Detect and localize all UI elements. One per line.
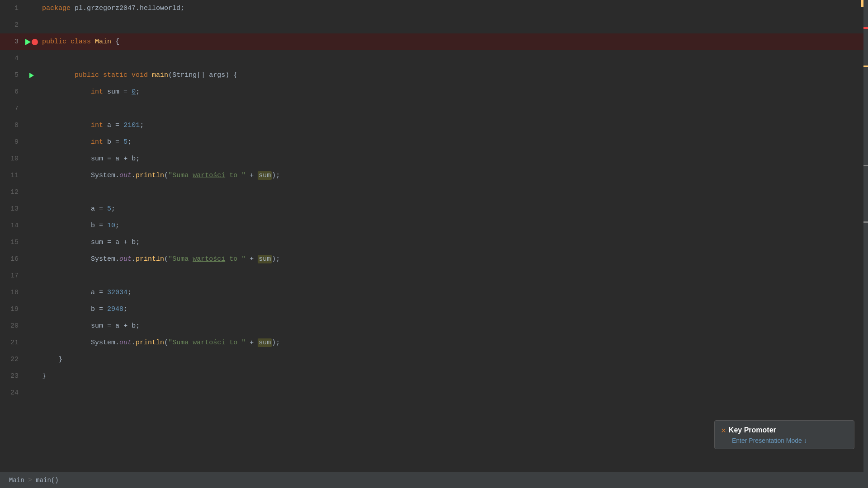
- line-24: 24: [0, 385, 868, 401]
- line-number-2: 2: [0, 21, 25, 29]
- line-number-7: 7: [0, 105, 25, 113]
- line-12: 12: [0, 184, 868, 201]
- line-21: 21 System.out.println("Suma wartości to …: [0, 334, 868, 351]
- line-8: 8 int a = 2101;: [0, 117, 868, 134]
- key-promoter-header: ✕ Key Promoter: [721, 425, 848, 435]
- line-number-6: 6: [0, 88, 25, 96]
- line-number-9: 9: [0, 138, 25, 146]
- line-5: 5 public static void main(String[] args)…: [0, 67, 868, 84]
- line-number-8: 8: [0, 122, 25, 129]
- line-content-21: System.out.println("Suma wartości to " +…: [38, 334, 868, 351]
- code-area: 1 package pl.grzegorz2047.helloworld; 2 …: [0, 0, 868, 472]
- breadcrumb-main: Main: [9, 477, 24, 484]
- line-content-1: package pl.grzegorz2047.helloworld;: [38, 0, 868, 17]
- line-number-3: 3: [0, 38, 25, 46]
- line-9: 9 int b = 5;: [0, 134, 868, 150]
- line-10: 10 sum = a + b;: [0, 150, 868, 167]
- line-number-13: 13: [0, 205, 25, 213]
- run-arrow-icon: [25, 39, 31, 45]
- line-content-14: b = 10;: [38, 217, 868, 234]
- line-content-22: }: [38, 351, 868, 368]
- line-number-17: 17: [0, 272, 25, 280]
- breadcrumb-method: main(): [36, 477, 58, 484]
- line-7: 7: [0, 100, 868, 117]
- line-content-10: sum = a + b;: [38, 150, 868, 167]
- line-number-16: 16: [0, 255, 25, 263]
- line-content-13: a = 5;: [38, 201, 868, 217]
- line-number-21: 21: [0, 339, 25, 347]
- line-content-11: System.out.println("Suma wartości to " +…: [38, 167, 868, 184]
- line-number-12: 12: [0, 188, 25, 196]
- line-2: 2: [0, 17, 868, 33]
- code-lines: 1 package pl.grzegorz2047.helloworld; 2 …: [0, 0, 868, 472]
- line-gutter-3: [25, 39, 38, 45]
- key-promoter-popup: ✕ Key Promoter Enter Presentation Mode ↓: [714, 420, 854, 449]
- scrollbar[interactable]: [863, 0, 868, 472]
- line-number-5: 5: [0, 71, 25, 79]
- breadcrumb: Main > main(): [9, 476, 59, 484]
- line-number-15: 15: [0, 239, 25, 246]
- line-22: 22 }: [0, 351, 868, 368]
- line-content-3: public class Main {: [38, 33, 868, 50]
- line-number-10: 10: [0, 155, 25, 163]
- line-content-23: }: [38, 368, 868, 385]
- line-number-4: 4: [0, 55, 25, 62]
- line-6: 6 int sum = 0;: [0, 84, 868, 100]
- line-content-18: a = 32034;: [38, 284, 868, 301]
- scrollbar-marker-warning-1: [863, 66, 868, 67]
- scrollbar-marker-info-1: [863, 165, 868, 166]
- run-arrow-small-icon: [29, 73, 34, 78]
- line-4: 4: [0, 50, 868, 67]
- line-17: 17: [0, 267, 868, 284]
- scrollbar-marker-info-2: [863, 221, 868, 223]
- line-content-9: int b = 5;: [38, 134, 868, 150]
- line-content-19: b = 2948;: [38, 301, 868, 318]
- line-number-19: 19: [0, 305, 25, 313]
- line-11: 11 System.out.println("Suma wartości to …: [0, 167, 868, 184]
- line-16: 16 System.out.println("Suma wartości to …: [0, 251, 868, 267]
- close-icon[interactable]: ✕: [721, 425, 726, 435]
- key-promoter-title: Key Promoter: [729, 426, 776, 434]
- line-content-6: int sum = 0;: [38, 84, 868, 100]
- status-bar: Main > main(): [0, 472, 868, 488]
- line-number-14: 14: [0, 222, 25, 230]
- line-19: 19 b = 2948;: [0, 301, 868, 318]
- scrollbar-marker-error: [863, 27, 868, 29]
- line-content-8: int a = 2101;: [38, 117, 868, 134]
- line-1: 1 package pl.grzegorz2047.helloworld;: [0, 0, 868, 17]
- editor-container: 1 package pl.grzegorz2047.helloworld; 2 …: [0, 0, 868, 488]
- line-number-23: 23: [0, 372, 25, 380]
- key-promoter-action: Enter Presentation Mode ↓: [721, 437, 848, 444]
- line-number-1: 1: [0, 5, 25, 12]
- line-18: 18 a = 32034;: [0, 284, 868, 301]
- line-content-15: sum = a + b;: [38, 234, 868, 251]
- line-content-16: System.out.println("Suma wartości to " +…: [38, 251, 868, 267]
- line-number-24: 24: [0, 389, 25, 397]
- line-13: 13 a = 5;: [0, 201, 868, 217]
- line-23: 23 }: [0, 368, 868, 385]
- line-14: 14 b = 10;: [0, 217, 868, 234]
- line-20: 20 sum = a + b;: [0, 318, 868, 334]
- line-content-5: public static void main(String[] args) {: [38, 67, 868, 84]
- line-content-20: sum = a + b;: [38, 318, 868, 334]
- line-number-22: 22: [0, 356, 25, 363]
- line-number-11: 11: [0, 172, 25, 179]
- line-15: 15 sum = a + b;: [0, 234, 868, 251]
- line-number-20: 20: [0, 322, 25, 330]
- line-number-18: 18: [0, 289, 25, 296]
- line-gutter-5: [25, 73, 38, 78]
- breakpoint-icon[interactable]: [32, 39, 38, 45]
- breadcrumb-separator: >: [28, 476, 33, 484]
- line-3: 3 public class Main {: [0, 33, 868, 50]
